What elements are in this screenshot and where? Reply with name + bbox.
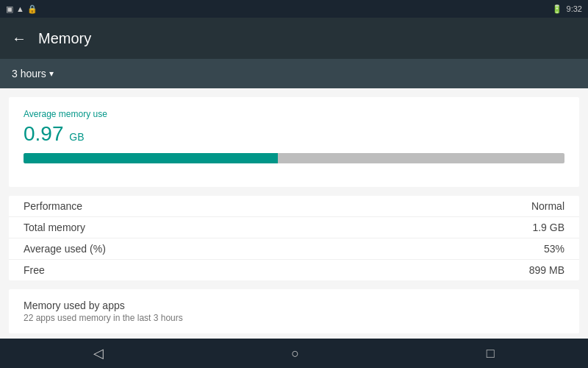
memory-value-display: 0.97 GB [24,122,564,146]
app-bar: ← Memory [0,18,588,59]
status-icons-left: ▣ ▲ 🔒 [6,4,37,14]
stat-row-total: Total memory 1.9 GB [9,217,579,238]
signal-icon: ▲ [16,4,24,13]
memory-summary-card: Average memory use 0.97 GB [9,97,579,187]
stat-label-total: Total memory [24,222,85,233]
stat-value-total: 1.9 GB [532,222,564,233]
stat-label-performance: Performance [24,200,82,212]
stat-value-free: 899 MB [529,264,564,276]
stat-value-avg-used: 53% [544,243,564,255]
nav-bar: ◁ ○ □ [0,339,588,368]
battery-icon: 🔋 [552,4,562,14]
memory-apps-section[interactable]: Memory used by apps 22 apps used memory … [9,289,579,333]
stat-row-avg-used: Average used (%) 53% [9,238,579,260]
recents-nav-button[interactable]: □ [472,340,509,367]
apps-section-subtitle: 22 apps used memory in the last 3 hours [24,313,564,323]
main-content: Average memory use 0.97 GB Performance N… [0,88,588,339]
stat-value-performance: Normal [531,200,564,212]
home-nav-button[interactable]: ○ [276,340,314,367]
back-button[interactable]: ← [12,30,26,47]
back-nav-button[interactable]: ◁ [79,339,118,367]
filter-bar: 3 hours ▾ [0,59,588,88]
memory-stats-section: Performance Normal Total memory 1.9 GB A… [9,196,579,280]
stat-row-free: Free 899 MB [9,260,579,280]
time-filter-dropdown[interactable]: 3 hours ▾ [12,68,54,79]
apps-section-title: Memory used by apps [24,300,564,311]
chevron-down-icon: ▾ [49,68,54,79]
memory-progress-fill [24,153,278,163]
page-title: Memory [38,30,91,47]
time-filter-label: 3 hours [12,68,46,79]
status-time: 9:32 [567,4,582,13]
lock-icon: 🔒 [27,4,37,14]
memory-number: 0.97 [24,122,64,145]
memory-unit: GB [69,131,84,143]
stat-label-free: Free [24,264,45,276]
stat-row-performance: Performance Normal [9,196,579,217]
memory-progress-bar [24,153,564,163]
status-bar: ▣ ▲ 🔒 🔋 9:32 [0,0,588,18]
avg-memory-label: Average memory use [24,109,564,119]
wifi-icon: ▣ [6,4,13,14]
status-right: 🔋 9:32 [552,4,582,14]
stat-label-avg-used: Average used (%) [24,243,106,255]
